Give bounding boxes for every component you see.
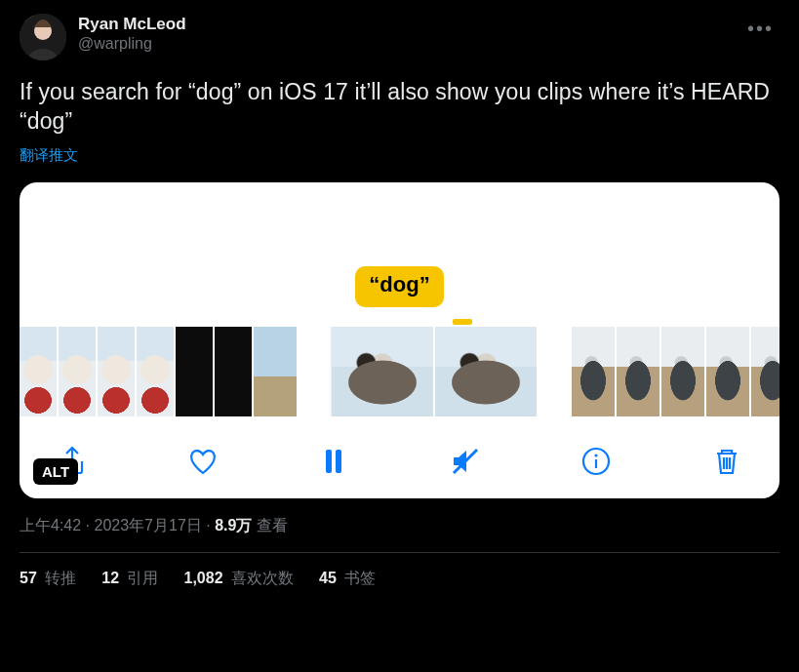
tweet-header: Ryan McLeod @warpling ••• bbox=[20, 14, 779, 60]
clip-group-1 bbox=[20, 327, 297, 416]
svg-point-6 bbox=[594, 454, 597, 456]
alt-badge[interactable]: ALT bbox=[33, 458, 78, 485]
thumbnail[interactable] bbox=[176, 327, 213, 416]
views-count: 8.9万 bbox=[215, 517, 252, 534]
thumbnail[interactable] bbox=[706, 327, 749, 416]
caption-tag-row: “dog” bbox=[20, 266, 779, 307]
tweet-time: 上午4:42 bbox=[20, 517, 81, 534]
tweet-date: 2023年7月17日 bbox=[94, 517, 201, 534]
pause-icon[interactable] bbox=[314, 442, 353, 481]
mute-icon[interactable] bbox=[446, 442, 485, 481]
thumbnail[interactable] bbox=[215, 327, 252, 416]
caption-tick-icon bbox=[453, 319, 472, 325]
tweet-container: Ryan McLeod @warpling ••• If you search … bbox=[0, 0, 799, 589]
thumbnail[interactable] bbox=[137, 327, 174, 416]
author-names[interactable]: Ryan McLeod @warpling bbox=[78, 14, 186, 54]
tweet-meta[interactable]: 上午4:42 · 2023年7月17日 · 8.9万 查看 bbox=[20, 516, 779, 536]
info-icon[interactable] bbox=[577, 442, 616, 481]
trash-icon[interactable] bbox=[707, 442, 746, 481]
thumbnail[interactable] bbox=[572, 327, 615, 416]
heart-icon[interactable] bbox=[183, 442, 222, 481]
media-toolbar bbox=[20, 416, 779, 485]
clip-group-2 bbox=[332, 327, 537, 416]
clip-group-3 bbox=[572, 327, 779, 416]
svg-rect-2 bbox=[326, 450, 332, 473]
tweet-text: If you search for “dog” on iOS 17 it’ll … bbox=[20, 78, 779, 137]
stat-quotes[interactable]: 12 引用 bbox=[101, 569, 158, 589]
stat-likes[interactable]: 1,082 喜欢次数 bbox=[184, 569, 295, 589]
caption-tag: “dog” bbox=[355, 266, 443, 307]
stat-bookmarks[interactable]: 45 书签 bbox=[319, 569, 376, 589]
thumbnail[interactable] bbox=[98, 327, 135, 416]
stat-retweets[interactable]: 57 转推 bbox=[20, 569, 76, 589]
clip-gap bbox=[297, 327, 332, 416]
thumbnail[interactable] bbox=[751, 327, 779, 416]
video-timeline[interactable] bbox=[20, 327, 779, 416]
more-icon[interactable]: ••• bbox=[741, 14, 779, 44]
translate-link[interactable]: 翻译推文 bbox=[20, 146, 779, 165]
thumbnail[interactable] bbox=[617, 327, 659, 416]
handle: @warpling bbox=[78, 34, 186, 54]
display-name: Ryan McLeod bbox=[78, 14, 186, 34]
thumbnail[interactable] bbox=[254, 327, 297, 416]
thumbnail[interactable] bbox=[661, 327, 704, 416]
clip-gap bbox=[537, 327, 572, 416]
thumbnail[interactable] bbox=[59, 327, 96, 416]
thumbnail[interactable] bbox=[20, 327, 57, 416]
media-padding bbox=[20, 182, 779, 266]
svg-rect-3 bbox=[336, 450, 341, 473]
views-label: 查看 bbox=[252, 517, 287, 534]
thumbnail[interactable] bbox=[332, 327, 433, 416]
media-card[interactable]: “dog” bbox=[20, 182, 779, 498]
stats-row: 57 转推 12 引用 1,082 喜欢次数 45 书签 bbox=[20, 553, 779, 589]
avatar[interactable] bbox=[20, 14, 66, 60]
thumbnail[interactable] bbox=[435, 327, 537, 416]
